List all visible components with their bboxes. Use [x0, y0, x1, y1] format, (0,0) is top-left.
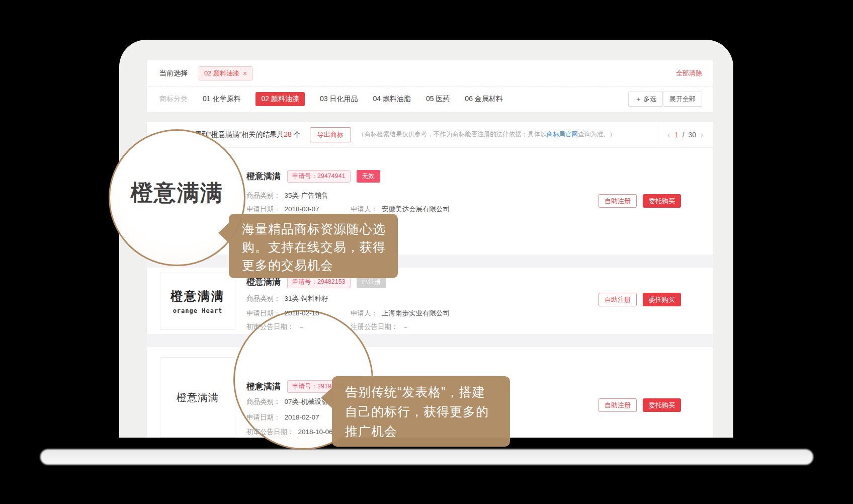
clear-all-link[interactable]: 全部清除: [676, 69, 702, 78]
selected-filter-tag-label: 02 颜料油漆: [204, 69, 239, 78]
category-item-06[interactable]: 06 金属材料: [465, 95, 502, 104]
category-label: 商标分类: [159, 95, 188, 104]
trademark-image-card: 橙意满满: [160, 357, 235, 438]
current-selection-label: 当前选择: [159, 69, 188, 78]
entrust-buy-button[interactable]: 委托购买: [643, 194, 681, 208]
results-count: 28: [284, 130, 292, 138]
tooltip-marketplace: 海量精品商标资源随心选 购。支持在线交易，获得 更多的交易机会: [229, 214, 398, 278]
magnifier-circle-1: 橙意满满: [109, 129, 245, 266]
entrust-buy-button[interactable]: 委托购买: [643, 398, 681, 412]
next-page-icon[interactable]: ›: [700, 130, 703, 139]
entrust-buy-button[interactable]: 委托购买: [643, 293, 681, 306]
pagination: ‹ 1 / 30 ›: [657, 122, 713, 147]
category-row: 商标分类 01 化学原料 02 颜料油漆 03 日化用品 04 燃料油脂 05 …: [147, 87, 713, 112]
self-register-button[interactable]: 自助注册: [599, 398, 637, 412]
expand-all-button[interactable]: 展开全部: [663, 92, 702, 107]
trademark-title: 橙意满满: [246, 171, 281, 182]
page: 当前选择 02 颜料油漆 × 全部清除 商标分类 01 化学原料 02 颜料油漆…: [0, 0, 853, 504]
tooltip-tail: [321, 387, 332, 408]
trademark-office-link[interactable]: 商标局官网: [547, 131, 578, 138]
multi-select-button[interactable]: ＋ 多选: [628, 92, 663, 107]
status-badge: 无效: [357, 170, 380, 183]
results-disclaimer: （商标检索结果仅供参考，不作为商标能否注册的法律依据；具体以商标局官网查询为准。…: [358, 130, 616, 139]
category-item-03[interactable]: 03 日化用品: [320, 95, 358, 104]
category-item-04[interactable]: 04 燃料油脂: [373, 95, 410, 104]
filters-panel: 当前选择 02 颜料油漆 × 全部清除 商标分类 01 化学原料 02 颜料油漆…: [147, 60, 713, 112]
category-item-01[interactable]: 01 化学原料: [203, 95, 240, 104]
laptop-base-shadow: [40, 449, 813, 465]
trademark-title: 橙意满满: [246, 381, 281, 392]
results-header: 当前分类检索到“橙意满满”相关的结果共28 个 导出商标 （商标检索结果仅供参考…: [147, 122, 713, 148]
self-register-button[interactable]: 自助注册: [599, 293, 637, 306]
application-number-tag: 申请号：29474941: [287, 170, 351, 183]
prev-page-icon[interactable]: ‹: [667, 130, 670, 139]
tooltip-promotion: 告别传统“发表格”，搭建 自己的标行，获得更多的 推广机会: [332, 376, 510, 447]
selected-filter-tag[interactable]: 02 颜料油漆 ×: [199, 66, 252, 80]
magnified-trademark-text: 橙意满满: [131, 178, 223, 208]
row-separator: [147, 334, 713, 347]
category-item-05[interactable]: 05 医药: [426, 95, 450, 104]
category-item-02-selected[interactable]: 02 颜料油漆: [255, 92, 304, 106]
trademark-image-card: 橙意满满 orange Heart: [160, 273, 235, 330]
current-page: 1: [674, 131, 678, 139]
tooltip-tail: [218, 222, 229, 243]
remove-filter-icon[interactable]: ×: [243, 70, 247, 77]
trademark-subtext: orange Heart: [173, 307, 223, 314]
current-selection-row: 当前选择 02 颜料油漆 × 全部清除: [147, 60, 713, 87]
total-pages: 30: [689, 131, 697, 139]
export-trademark-button[interactable]: 导出商标: [310, 127, 351, 142]
self-register-button[interactable]: 自助注册: [599, 194, 637, 208]
